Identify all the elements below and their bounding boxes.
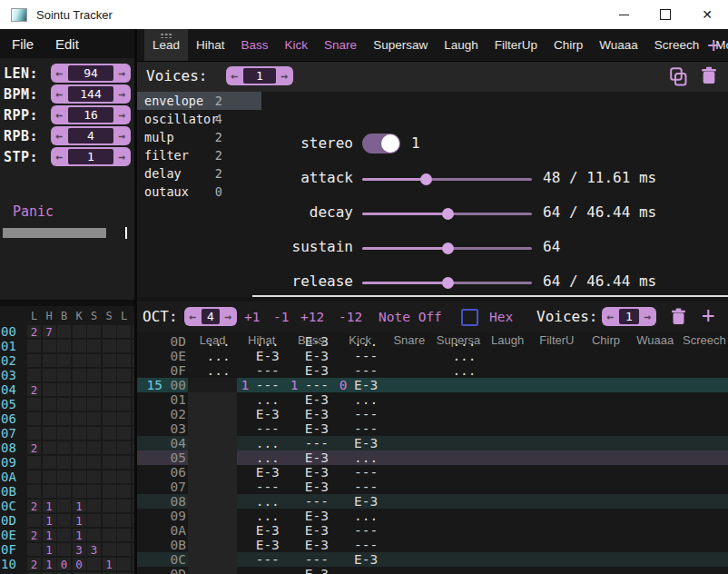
order-cell[interactable] <box>57 369 71 381</box>
order-cell[interactable] <box>103 529 116 541</box>
note-cell[interactable]: --- <box>336 363 385 378</box>
order-cell[interactable] <box>43 412 56 425</box>
track-header-screech[interactable]: Screech <box>680 333 728 347</box>
order-cell[interactable] <box>87 514 101 527</box>
track-header-filteru[interactable]: FilterU <box>532 333 581 347</box>
bpm-stepper-increment-arrow[interactable]: → <box>113 84 131 104</box>
note-cell[interactable]: --- <box>336 465 385 480</box>
order-cell[interactable] <box>87 340 101 352</box>
order-cell[interactable] <box>103 354 116 367</box>
order-cell[interactable] <box>133 340 135 352</box>
delete-track-button[interactable] <box>671 308 686 329</box>
order-cell[interactable] <box>43 485 56 498</box>
order-cell[interactable] <box>87 427 101 440</box>
note-cell[interactable]: ... <box>434 363 483 378</box>
rpp-stepper-decrement-arrow[interactable]: ← <box>51 105 68 124</box>
order-cell[interactable] <box>117 470 131 483</box>
order-cell[interactable]: 1 <box>43 514 56 527</box>
maximize-button[interactable] <box>644 0 686 29</box>
note-cell[interactable]: --- <box>286 436 335 450</box>
tracker-row[interactable]: 0BE-3E-3--- <box>137 538 728 552</box>
transpose-plus1-button[interactable]: +1 <box>244 310 260 324</box>
note-cell[interactable]: 1--- <box>237 378 286 392</box>
note-cell[interactable]: E-3 <box>286 480 335 494</box>
order-cell[interactable] <box>73 456 86 469</box>
order-cell[interactable] <box>27 485 41 498</box>
note-cell[interactable]: E-3 <box>336 436 385 450</box>
order-cell[interactable] <box>133 369 135 381</box>
order-cell[interactable] <box>73 340 86 352</box>
order-cell[interactable] <box>133 412 135 425</box>
tracker-row[interactable]: 0C------E-3 <box>137 552 728 567</box>
order-cell[interactable] <box>43 354 56 367</box>
track-voices-stepper-increment-arrow[interactable]: → <box>639 307 656 326</box>
order-cell[interactable]: 1 <box>103 558 116 570</box>
note-cell[interactable]: --- <box>336 538 385 552</box>
order-cell[interactable] <box>117 456 131 469</box>
order-cell[interactable] <box>103 441 116 454</box>
order-cell[interactable] <box>57 412 71 425</box>
note-off-button[interactable]: Note Off <box>379 310 442 324</box>
note-cell[interactable]: E-3 <box>286 421 335 436</box>
slider-track[interactable] <box>362 213 448 215</box>
order-cell[interactable] <box>87 441 101 454</box>
tracker-row[interactable]: 07---E-3--- <box>137 480 728 494</box>
order-cell[interactable] <box>117 485 131 498</box>
order-cell[interactable] <box>73 470 86 483</box>
note-cell[interactable]: E-3 <box>237 349 286 363</box>
note-cell[interactable]: E-3 <box>237 523 286 538</box>
tracker-row[interactable]: 0F...---E-3---... <box>137 363 728 378</box>
tab-laugh[interactable]: Laugh <box>436 29 487 61</box>
note-cell[interactable]: --- <box>237 552 286 567</box>
order-cell[interactable] <box>87 558 101 570</box>
order-cell[interactable] <box>103 412 116 425</box>
order-cell[interactable] <box>43 456 56 469</box>
order-cell[interactable] <box>27 398 41 411</box>
stereo-toggle[interactable] <box>362 134 400 153</box>
order-cell[interactable]: 1 <box>43 543 56 556</box>
note-cell[interactable]: ... <box>336 509 385 523</box>
rpb-stepper-decrement-arrow[interactable]: ← <box>51 126 68 145</box>
unit-row-filter[interactable]: filter2 <box>137 146 261 164</box>
note-cell[interactable]: ... <box>237 494 286 509</box>
order-cell[interactable] <box>133 558 135 570</box>
unit-row-delay[interactable]: delay2 <box>137 164 261 183</box>
order-cell[interactable] <box>43 383 56 396</box>
slider-track[interactable] <box>426 178 532 181</box>
stp-stepper[interactable]: ←1→ <box>51 147 131 166</box>
note-cell[interactable]: --- <box>336 421 385 436</box>
order-cell[interactable] <box>43 441 56 454</box>
tracker-row[interactable]: 08...---E-3 <box>137 494 728 509</box>
order-cell[interactable] <box>57 340 71 352</box>
note-cell[interactable]: E-3 <box>286 509 335 523</box>
tab-hihat[interactable]: Hihat <box>188 29 233 61</box>
hex-checkbox[interactable] <box>461 309 478 326</box>
note-cell[interactable]: E-3 <box>286 363 335 378</box>
note-cell[interactable]: ... <box>336 450 385 465</box>
tab-filterup[interactable]: FilterUp <box>487 29 546 61</box>
order-cell[interactable] <box>27 514 41 527</box>
note-cell[interactable]: E-3 <box>336 494 385 509</box>
track-header-hihat[interactable]: Hihat <box>237 333 286 347</box>
order-cell[interactable] <box>73 398 86 411</box>
note-cell[interactable]: E-3 <box>286 392 335 407</box>
order-cell[interactable] <box>133 354 135 367</box>
order-cell[interactable] <box>73 325 86 338</box>
note-cell[interactable]: E-3 <box>237 407 286 421</box>
octave-stepper-increment-arrow[interactable]: → <box>220 307 237 326</box>
order-cell[interactable] <box>103 514 116 527</box>
order-cell[interactable] <box>87 470 101 483</box>
order-cell[interactable] <box>117 383 131 396</box>
track-header-kick[interactable]: Kick <box>336 333 385 347</box>
order-cell[interactable] <box>27 354 41 367</box>
note-cell[interactable]: E-3 <box>336 552 385 567</box>
order-cell[interactable] <box>117 441 131 454</box>
order-cell[interactable]: 2 <box>27 529 41 541</box>
decay-slider-knob[interactable] <box>442 208 454 220</box>
track-header-chirp[interactable]: Chirp <box>581 333 630 347</box>
tracker-row[interactable]: 0DE-3 <box>137 567 728 574</box>
order-cell[interactable] <box>133 325 135 338</box>
order-cell[interactable] <box>27 543 41 556</box>
tab-snare[interactable]: Snare <box>316 29 365 61</box>
slider-track[interactable] <box>362 282 448 284</box>
